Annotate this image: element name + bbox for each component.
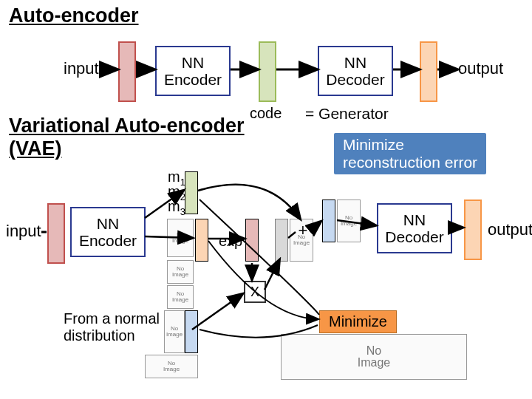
vec-input-bot [47, 203, 65, 264]
label-output-bot: output [488, 220, 532, 239]
node-plus: + [293, 220, 313, 241]
node-multiply: X [244, 281, 266, 303]
box-nn-encoder-top: NN Encoder [155, 46, 231, 96]
vec-sigma-e [275, 219, 288, 262]
label-input-bot: input [6, 222, 41, 241]
svg-line-12 [265, 260, 279, 290]
vec-e [185, 310, 198, 353]
box-nn-decoder-bot: NN Decoder [377, 203, 452, 253]
placeholder-1: No Image [167, 260, 194, 284]
placeholder-sigma-labels: No Image [167, 219, 194, 257]
label-input-top: input [64, 59, 99, 78]
placeholder-c-labels: No Image [337, 200, 361, 242]
label-generator: = Generator [305, 105, 389, 123]
annot-minimize: Minimize [319, 310, 397, 333]
box-nn-encoder-bot: NN Encoder [70, 207, 146, 257]
vec-output-top [420, 41, 437, 102]
label-output-top: output [458, 59, 503, 78]
svg-line-11 [192, 294, 242, 330]
title-vae: Variational Auto-encoder (VAE) [9, 115, 245, 160]
label-from-normal: From a normal distribution [64, 310, 160, 344]
vec-exp-out [245, 219, 259, 262]
label-code: code [250, 105, 282, 122]
placeholder-3: No Image [145, 355, 198, 378]
vec-output-bot [464, 200, 482, 260]
annot-reconstruction: Minimize reconstruction error [334, 133, 486, 174]
vec-code-top [259, 41, 276, 102]
vec-sigma [195, 219, 208, 262]
label-m3: m3 [168, 198, 185, 217]
vec-m [185, 171, 198, 214]
box-nn-decoder-top: NN Decoder [318, 46, 393, 96]
title-autoencoder: Auto-encoder [9, 4, 139, 27]
vec-c [322, 200, 335, 242]
placeholder-2: No Image [167, 285, 194, 309]
vec-input-top [118, 41, 136, 102]
placeholder-kl-formula: No Image [281, 334, 467, 380]
label-exp: exp [219, 233, 242, 250]
placeholder-e-labels: No Image [164, 310, 185, 353]
